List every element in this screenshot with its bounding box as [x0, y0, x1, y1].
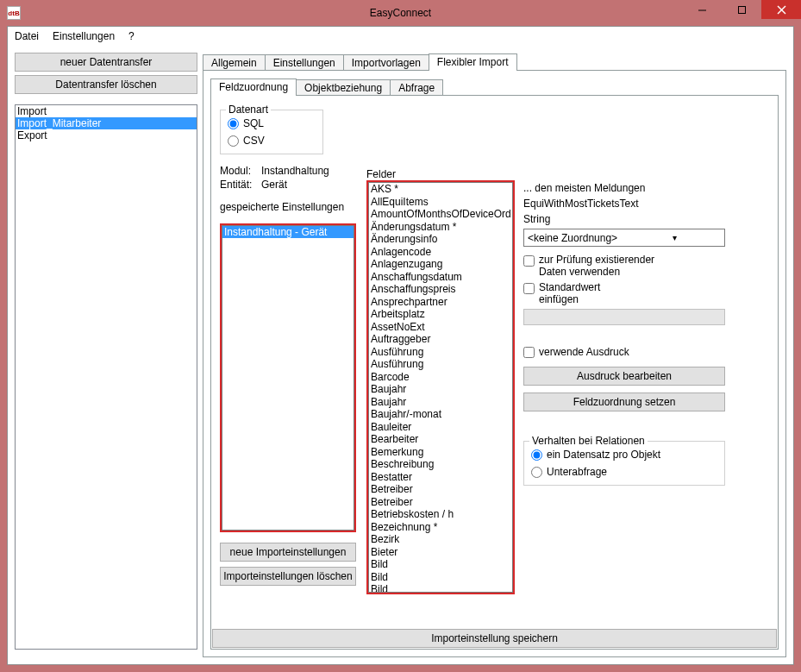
inner-tabstrip: FeldzuordnungObjektbeziehungAbfrage — [210, 78, 779, 96]
outer-tab[interactable]: Importvorlagen — [343, 54, 429, 71]
datenart-sql-radio[interactable]: SQL — [228, 117, 316, 129]
module-entity-grid: Modul: Instandhaltung Entität: Gerät — [220, 165, 358, 191]
relation-opt1-input[interactable] — [531, 449, 542, 461]
felder-list-item[interactable]: Bild — [369, 583, 512, 593]
check-standardwert-label-l2: einfügen — [539, 293, 579, 305]
felder-list-item[interactable]: Bearbeiter — [369, 433, 512, 446]
edit-expression-button[interactable]: Ausdruck bearbeiten — [523, 367, 725, 386]
relation-opt2-input[interactable] — [531, 467, 542, 478]
inner-tab[interactable]: Objektbeziehung — [296, 79, 391, 96]
inner-tab[interactable]: Abfrage — [390, 79, 443, 96]
delete-import-settings-button[interactable]: Importeinstellungen löschen — [220, 567, 356, 586]
felder-list-item[interactable]: Beschreibung — [369, 458, 512, 471]
felder-list-item[interactable]: Betreiber — [369, 496, 512, 509]
felder-list-item[interactable]: AmountOfMonthsOfDeviceOrd — [369, 208, 512, 221]
relation-opt1-label: ein Datensatz pro Objekt — [547, 449, 660, 461]
transfer-listbox[interactable]: ImportImport_MitarbeiterExport — [15, 104, 197, 650]
felder-list-item[interactable]: Bild — [369, 571, 512, 584]
menu-settings[interactable]: Einstellungen — [53, 30, 115, 42]
window-minimize-button[interactable] — [682, 0, 722, 19]
inner-tab[interactable]: Feldzuordnung — [210, 79, 297, 96]
saved-settings-listbox[interactable]: Instandhaltung - Gerät — [222, 225, 354, 531]
datenart-csv-radio[interactable]: CSV — [228, 135, 316, 147]
felder-list-item[interactable]: Anlagencode — [369, 246, 512, 259]
felder-list-item[interactable]: Bild — [369, 558, 512, 571]
window-title: EasyConnect — [370, 7, 431, 19]
felder-list-item[interactable]: Betreiber — [369, 483, 512, 496]
delete-transfer-button[interactable]: Datentransfer löschen — [15, 75, 197, 94]
datenart-sql-label: SQL — [243, 117, 264, 129]
saved-settings-item[interactable]: Instandhaltung - Gerät — [222, 226, 354, 238]
transfer-list-item[interactable]: Import_Mitarbeiter — [16, 117, 197, 129]
felder-list-item[interactable]: AssetNoExt — [369, 321, 512, 334]
save-import-settings-button[interactable]: Importeinstellung speichern — [212, 629, 777, 648]
chevron-down-icon: ▾ — [624, 233, 724, 242]
new-import-settings-button[interactable]: neue Importeinstellungen — [220, 543, 356, 562]
relation-opt1-radio[interactable]: ein Datensatz pro Objekt — [531, 449, 717, 461]
outer-tabstrip: AllgemeinEinstellungenImportvorlagenFlex… — [203, 53, 786, 71]
relation-legend: Verhalten bei Relationen — [529, 435, 648, 447]
check-pruefung-input[interactable] — [523, 255, 535, 267]
datenart-csv-input[interactable] — [228, 135, 239, 147]
felder-list-item[interactable]: Baujahr — [369, 396, 512, 409]
check-standardwert[interactable]: Standardwert einfügen — [523, 281, 730, 305]
mapping-dropdown-value: <keine Zuordnung> — [524, 232, 624, 244]
transfer-list-item[interactable]: Export — [16, 129, 197, 141]
felder-list-item[interactable]: Anschaffungspreis — [369, 283, 512, 296]
check-standardwert-input[interactable] — [523, 283, 535, 294]
felder-list-item[interactable]: Änderungsdatum * — [369, 221, 512, 234]
felder-list-item[interactable]: Baujahr/-monat — [369, 408, 512, 421]
felder-list-item[interactable]: Auftraggeber — [369, 333, 512, 346]
check-pruefung-label-l2: Daten verwenden — [539, 266, 620, 278]
felder-listbox[interactable]: AKS *AllEquiItemsAmountOfMonthsOfDeviceO… — [368, 182, 513, 593]
mapping-info-line1: ... den meisten Meldungen — [523, 182, 730, 194]
window-close-button[interactable] — [761, 0, 801, 19]
mapping-dropdown[interactable]: <keine Zuordnung> ▾ — [523, 229, 725, 247]
check-pruefung[interactable]: zur Prüfung existierender Daten verwende… — [523, 254, 730, 278]
outer-tab[interactable]: Allgemein — [203, 54, 266, 71]
inner-tab-content: Datenart SQL CSV — [210, 95, 779, 650]
entity-value: Gerät — [261, 179, 358, 191]
window-maximize-button[interactable] — [722, 0, 761, 19]
felder-list-item[interactable]: Bezeichnung * — [369, 521, 512, 534]
svg-rect-1 — [738, 6, 745, 13]
felder-list-item[interactable]: Anschaffungsdatum — [369, 271, 512, 284]
felder-list-item[interactable]: Änderungsinfo — [369, 233, 512, 246]
relation-groupbox: Verhalten bei Relationen ein Datensatz p… — [523, 441, 725, 486]
check-standardwert-label-l1: Standardwert — [539, 281, 600, 293]
datenart-sql-input[interactable] — [228, 118, 239, 129]
outer-tab[interactable]: Flexibler Import — [429, 53, 517, 71]
felder-list-item[interactable]: Anlagenzugang — [369, 258, 512, 271]
felder-list-item[interactable]: AllEquiItems — [369, 196, 512, 209]
left-panel: neuer Datentransfer Datentransfer lösche… — [15, 53, 197, 657]
right-panel: AllgemeinEinstellungenImportvorlagenFlex… — [203, 53, 786, 657]
check-ausdruck-input[interactable] — [523, 347, 535, 358]
felder-list-item[interactable]: Bestatter — [369, 471, 512, 484]
mapping-info-line2: EquiWithMostTicketsText — [523, 198, 730, 210]
felder-list-item[interactable]: Baujahr — [369, 383, 512, 396]
outer-tab[interactable]: Einstellungen — [265, 54, 344, 71]
felder-list-item[interactable]: Bauleiter — [369, 421, 512, 434]
menu-help[interactable]: ? — [128, 30, 135, 42]
felder-list-item[interactable]: Ausführung — [369, 346, 512, 359]
felder-list-item[interactable]: Bieter — [369, 546, 512, 559]
client-area: Datei Einstellungen ? neuer Datentransfe… — [7, 26, 794, 665]
felder-list-wrap: AKS *AllEquiItemsAmountOfMonthsOfDeviceO… — [366, 180, 515, 594]
felder-list-item[interactable]: AKS * — [369, 183, 512, 196]
datenart-legend: Datenart — [226, 104, 271, 116]
check-ausdruck[interactable]: verwende Ausdruck — [523, 346, 730, 358]
felder-list-item[interactable]: Ausführung — [369, 358, 512, 371]
transfer-list-item[interactable]: Import — [16, 105, 197, 117]
felder-list-item[interactable]: Arbeitsplatz — [369, 308, 512, 321]
felder-list-item[interactable]: Bezirk — [369, 533, 512, 546]
felder-list-item[interactable]: Barcode — [369, 371, 512, 384]
menu-file[interactable]: Datei — [15, 30, 39, 42]
set-field-mapping-button[interactable]: Feldzuordnung setzen — [523, 393, 725, 411]
entity-label: Entität: — [220, 179, 261, 191]
felder-list-item[interactable]: Betriebskosten / h — [369, 508, 512, 521]
new-transfer-button[interactable]: neuer Datentransfer — [15, 53, 197, 72]
felder-list-item[interactable]: Ansprechpartner — [369, 296, 512, 309]
datenart-groupbox: Datenart SQL CSV — [220, 110, 323, 154]
relation-opt2-radio[interactable]: Unterabfrage — [531, 466, 717, 478]
felder-list-item[interactable]: Bemerkung — [369, 446, 512, 459]
